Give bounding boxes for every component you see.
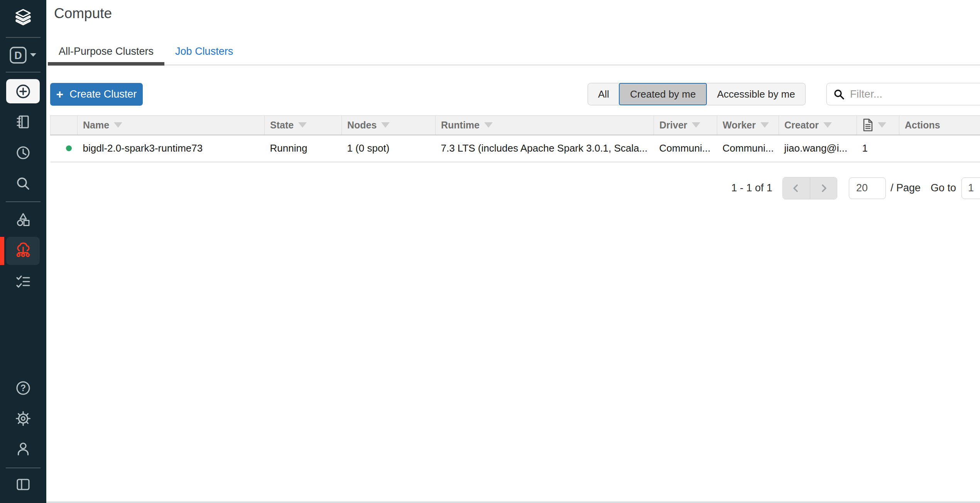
gear-icon <box>15 410 32 427</box>
clock-icon <box>15 144 32 161</box>
cluster-worker-cell: Communi... <box>717 135 779 162</box>
filter-input[interactable] <box>850 88 980 100</box>
running-status-dot <box>66 145 72 151</box>
column-header-name[interactable]: Name <box>78 116 265 135</box>
sort-icon[interactable] <box>381 122 390 128</box>
cluster-runtime-cell: 7.3 LTS (includes Apache Spark 3.0.1, Sc… <box>436 135 654 162</box>
sidebar: D <box>0 0 46 503</box>
sidebar-divider <box>6 72 41 73</box>
filter-search-box <box>826 83 980 105</box>
document-icon <box>862 118 873 132</box>
chevron-right-icon <box>818 183 829 194</box>
chevron-left-icon <box>791 183 802 194</box>
bottom-scrollbar-track[interactable] <box>46 501 980 503</box>
cluster-row[interactable]: bigdl-2.0-spark3-runtime73 Running 1 (0 … <box>51 135 980 162</box>
svg-text:?: ? <box>20 383 26 393</box>
notebook-icon <box>15 113 32 130</box>
column-header-notebooks[interactable] <box>857 116 899 135</box>
pagination: 1 - 1 of 1 / Page Go to <box>46 177 976 199</box>
sidebar-item-jobs[interactable] <box>15 273 32 290</box>
sidebar-item-models[interactable] <box>15 211 32 228</box>
cluster-notebooks-cell: 1 <box>857 135 899 162</box>
create-cluster-button[interactable]: + Create Cluster <box>50 83 143 106</box>
cluster-cloud-icon <box>14 242 32 260</box>
workspace-badge-letter: D <box>14 50 22 61</box>
pagination-buttons <box>782 177 837 199</box>
sidebar-divider <box>6 468 41 468</box>
table-header-row: Name State Nodes Runtime Driver <box>51 116 980 135</box>
goto-label: Go to <box>931 182 956 194</box>
column-header-state[interactable]: State <box>265 116 342 135</box>
sort-icon[interactable] <box>298 122 307 128</box>
databricks-logo-icon <box>14 8 32 29</box>
main-content: Compute All-Purpose Clusters Job Cluster… <box>46 0 980 503</box>
sidebar-divider <box>6 37 41 38</box>
cluster-creator-cell: jiao.wang@i... <box>779 135 857 162</box>
search-icon <box>833 88 845 100</box>
cluster-state-cell: Running <box>265 135 342 162</box>
sort-icon[interactable] <box>878 122 886 128</box>
toolbar: + Create Cluster All Created by me Acces… <box>50 83 980 106</box>
cluster-status-cell <box>51 135 78 162</box>
cluster-filter-segmented-control: All Created by me Accessible by me <box>588 83 806 105</box>
column-header-driver[interactable]: Driver <box>654 116 717 135</box>
column-header-runtime[interactable]: Runtime <box>436 116 654 135</box>
plus-circle-icon <box>15 83 32 100</box>
search-icon <box>15 175 32 192</box>
task-list-icon <box>15 273 32 290</box>
sidebar-item-clusters[interactable] <box>6 237 40 265</box>
sidebar-collapse-toggle[interactable] <box>15 476 32 493</box>
plus-icon: + <box>56 88 64 100</box>
per-page-label: / Page <box>890 182 921 194</box>
previous-page-button[interactable] <box>783 177 810 199</box>
cluster-driver-cell: Communi... <box>654 135 717 162</box>
create-cluster-label: Create Cluster <box>69 88 137 100</box>
pagination-range: 1 - 1 of 1 <box>731 182 772 194</box>
person-icon <box>15 441 32 457</box>
sidebar-item-recents[interactable] <box>15 144 32 161</box>
clusters-table: Name State Nodes Runtime Driver <box>50 115 980 162</box>
sort-icon[interactable] <box>114 122 122 128</box>
segment-all[interactable]: All <box>588 83 619 105</box>
sidebar-divider <box>6 201 41 202</box>
active-item-indicator <box>0 237 4 265</box>
shapes-icon <box>15 211 32 228</box>
page-title: Compute <box>54 5 980 22</box>
column-header-nodes[interactable]: Nodes <box>342 116 436 135</box>
panel-icon <box>15 476 32 493</box>
chevron-down-icon <box>30 53 36 57</box>
sidebar-item-account[interactable] <box>15 441 32 457</box>
cluster-nodes-cell: 1 (0 spot) <box>342 135 436 162</box>
cluster-name-cell[interactable]: bigdl-2.0-spark3-runtime73 <box>78 135 265 162</box>
column-header-worker[interactable]: Worker <box>717 116 779 135</box>
column-header-actions: Actions <box>899 116 980 135</box>
page-size-input[interactable] <box>849 177 886 199</box>
sort-icon[interactable] <box>760 122 769 128</box>
workspace-switcher[interactable]: D <box>9 46 40 64</box>
sidebar-item-workspace[interactable] <box>15 113 32 130</box>
next-page-button[interactable] <box>810 177 837 199</box>
tab-all-purpose-clusters[interactable]: All-Purpose Clusters <box>48 39 164 64</box>
goto-page-input[interactable] <box>961 177 980 199</box>
help-icon: ? <box>15 380 32 397</box>
sidebar-item-help[interactable]: ? <box>15 380 32 397</box>
column-header-creator[interactable]: Creator <box>779 116 857 135</box>
sidebar-item-settings[interactable] <box>15 410 32 427</box>
cluster-actions-cell <box>899 135 980 162</box>
sort-icon[interactable] <box>823 122 832 128</box>
tab-bar: All-Purpose Clusters Job Clusters <box>48 39 980 66</box>
sidebar-item-search[interactable] <box>15 175 32 192</box>
sidebar-item-create[interactable] <box>6 79 40 103</box>
tab-job-clusters[interactable]: Job Clusters <box>164 39 244 64</box>
sort-icon[interactable] <box>484 122 493 128</box>
compute-page: { "header": { "title": "Compute" }, "sid… <box>0 0 980 503</box>
sort-icon[interactable] <box>692 122 700 128</box>
segment-accessible-by-me[interactable]: Accessible by me <box>706 83 805 105</box>
segment-created-by-me[interactable]: Created by me <box>619 83 707 105</box>
column-header-status <box>51 116 78 135</box>
